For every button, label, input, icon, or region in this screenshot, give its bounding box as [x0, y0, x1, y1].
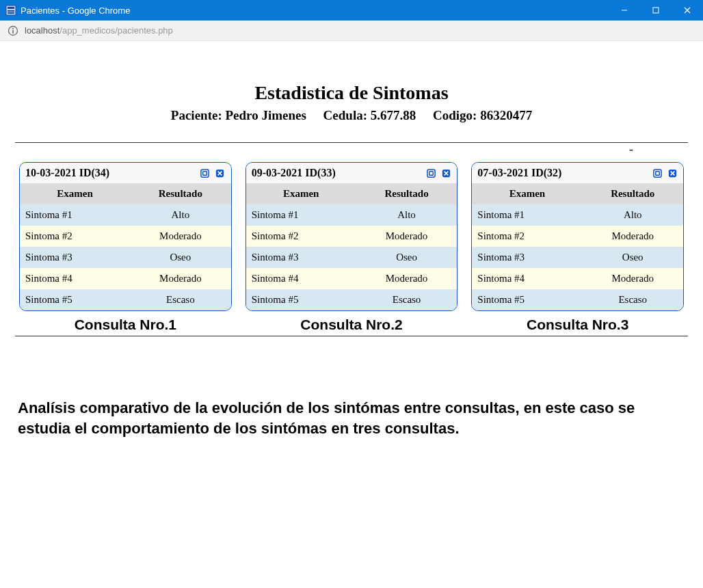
cell-resultado: Alto: [130, 204, 231, 226]
table-header-row: ExamenResultado: [472, 183, 683, 204]
svg-rect-22: [655, 171, 659, 175]
panel-header-icons: [652, 168, 678, 178]
svg-rect-5: [653, 8, 659, 13]
cell-examen: Sintoma #5: [246, 289, 356, 310]
panel-maximize-icon[interactable]: [652, 168, 663, 178]
panel-header: 10-03-2021 ID(34): [20, 163, 231, 183]
col-resultado: Resultado: [130, 183, 231, 204]
col-examen: Examen: [472, 183, 582, 204]
table-header-row: ExamenResultado: [20, 183, 231, 204]
url-host: localhost: [25, 25, 59, 36]
consulta-caption: Consulta Nro.1: [19, 314, 232, 336]
symptoms-table: ExamenResultadoSintoma #1AltoSintoma #2M…: [20, 183, 231, 310]
col-examen: Examen: [20, 183, 130, 204]
cedula-label: Cedula:: [323, 108, 367, 122]
table-row: Sintoma #2Moderado: [246, 226, 457, 247]
url-text: localhost/app_medicos/pacientes.php: [25, 25, 173, 36]
col-resultado: Resultado: [356, 183, 457, 204]
svg-rect-2: [8, 10, 14, 12]
table-row: Sintoma #3Oseo: [246, 247, 457, 268]
separator-bottom: [15, 336, 688, 336]
cell-resultado: Alto: [582, 204, 683, 226]
cell-examen: Sintoma #4: [246, 268, 356, 289]
window-title: Pacientes - Google Chrome: [21, 5, 130, 16]
svg-rect-12: [203, 171, 207, 175]
cell-resultado: Moderado: [582, 226, 683, 247]
table-row: Sintoma #2Moderado: [20, 226, 231, 247]
patient-name: Pedro Jimenes: [225, 108, 306, 122]
codigo-value: 86320477: [480, 108, 532, 122]
info-circle-icon: [7, 25, 19, 37]
cell-examen: Sintoma #1: [20, 204, 130, 226]
panel-wrap: 09-03-2021 ID(33)ExamenResultadoSintoma …: [246, 162, 458, 336]
table-row: Sintoma #4Moderado: [246, 268, 457, 289]
page-title: Estadistica de Sintomas: [15, 82, 688, 104]
panels-row: 10-03-2021 ID(34)ExamenResultadoSintoma …: [15, 162, 688, 336]
cell-resultado: Escaso: [582, 289, 683, 310]
panel-header-title: 09-03-2021 ID(33): [252, 167, 336, 179]
cell-examen: Sintoma #2: [20, 226, 130, 247]
window-maximize-button[interactable]: [640, 0, 672, 21]
panel: 10-03-2021 ID(34)ExamenResultadoSintoma …: [19, 162, 232, 311]
svg-rect-17: [429, 171, 434, 175]
window-app-icon: [5, 5, 16, 16]
cell-examen: Sintoma #3: [246, 247, 356, 268]
table-row: Sintoma #5Escaso: [472, 289, 683, 310]
codigo-label: Codigo:: [433, 108, 477, 122]
consulta-caption: Consulta Nro.2: [246, 314, 458, 336]
cell-examen: Sintoma #1: [246, 204, 356, 226]
cell-resultado: Escaso: [356, 289, 457, 310]
table-row: Sintoma #3Oseo: [20, 247, 231, 268]
url-bar[interactable]: localhost/app_medicos/pacientes.php: [0, 21, 703, 41]
panel: 09-03-2021 ID(33)ExamenResultadoSintoma …: [246, 162, 458, 311]
window-close-button[interactable]: [672, 0, 703, 21]
window-titlebar: Pacientes - Google Chrome: [0, 0, 703, 21]
cell-examen: Sintoma #3: [472, 247, 582, 268]
table-row: Sintoma #1Alto: [472, 204, 683, 226]
panel-wrap: 07-03-2021 ID(32)ExamenResultadoSintoma …: [471, 162, 684, 336]
cedula-value: 5.677.88: [371, 108, 416, 122]
table-row: Sintoma #5Escaso: [246, 289, 457, 310]
svg-point-9: [12, 28, 14, 29]
panel-header-icons: [200, 168, 226, 178]
table-row: Sintoma #5Escaso: [20, 289, 231, 310]
panel-header-title: 07-03-2021 ID(32): [477, 167, 561, 179]
svg-rect-1: [8, 7, 14, 9]
panel-header: 07-03-2021 ID(32): [472, 163, 683, 183]
table-row: Sintoma #4Moderado: [20, 268, 231, 289]
panel-close-icon[interactable]: [440, 168, 451, 178]
cell-resultado: Oseo: [582, 247, 683, 268]
panel-header-title: 10-03-2021 ID(34): [25, 167, 109, 179]
page-content: Estadistica de Sintomas Paciente: Pedro …: [0, 41, 703, 438]
cell-resultado: Moderado: [582, 268, 683, 289]
cell-examen: Sintoma #4: [472, 268, 582, 289]
cell-resultado: Alto: [356, 204, 457, 226]
svg-rect-11: [201, 169, 209, 176]
table-header-row: ExamenResultado: [246, 183, 457, 204]
panel-maximize-icon[interactable]: [200, 168, 211, 178]
panel-maximize-icon[interactable]: [425, 168, 436, 178]
svg-rect-3: [8, 12, 14, 14]
panel-header-icons: [425, 168, 451, 178]
cell-resultado: Moderado: [356, 268, 457, 289]
cell-examen: Sintoma #5: [20, 289, 130, 310]
window-minimize-button[interactable]: [609, 0, 640, 21]
svg-rect-21: [653, 169, 661, 176]
panel-close-icon[interactable]: [667, 168, 678, 178]
cell-examen: Sintoma #5: [472, 289, 582, 310]
cell-examen: Sintoma #2: [472, 226, 582, 247]
table-row: Sintoma #1Alto: [20, 204, 231, 226]
panel: 07-03-2021 ID(32)ExamenResultadoSintoma …: [471, 162, 684, 311]
dash-mark: -: [629, 142, 633, 157]
cell-resultado: Moderado: [130, 268, 231, 289]
cell-resultado: Oseo: [356, 247, 457, 268]
table-row: Sintoma #1Alto: [246, 204, 457, 226]
url-path: /app_medicos/pacientes.php: [59, 25, 173, 36]
panel-wrap: 10-03-2021 ID(34)ExamenResultadoSintoma …: [19, 162, 232, 336]
patient-label: Paciente:: [171, 108, 222, 122]
cell-examen: Sintoma #3: [20, 247, 130, 268]
panel-header: 09-03-2021 ID(33): [246, 163, 457, 183]
panel-close-icon[interactable]: [215, 168, 226, 178]
separator-top: [15, 142, 688, 143]
table-row: Sintoma #2Moderado: [472, 226, 683, 247]
